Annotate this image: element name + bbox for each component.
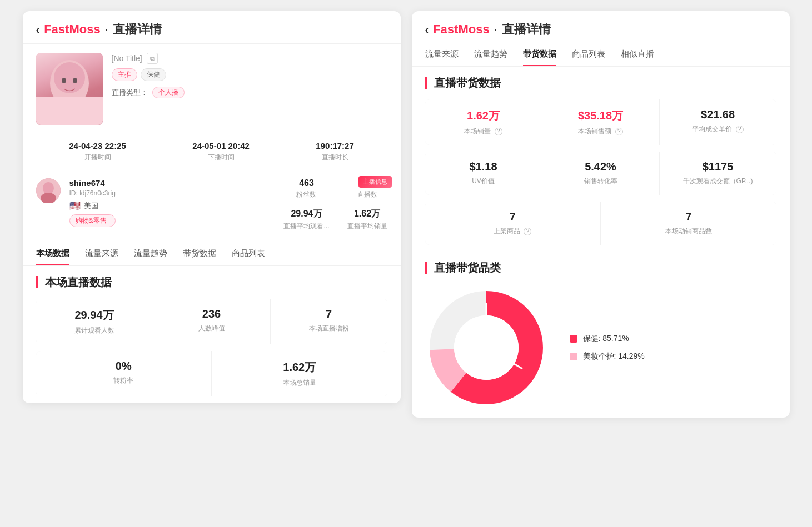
- svg-rect-4: [36, 97, 103, 125]
- session-sales-value: 1.62万: [434, 108, 533, 123]
- profile-image: [36, 53, 103, 125]
- live-type-badge: 个人播: [152, 87, 185, 98]
- right-tab-traffic-source[interactable]: 流量来源: [425, 43, 459, 66]
- streamer-flag: 🇺🇸 美国: [69, 200, 116, 211]
- total-sales-value: 1.62万: [221, 360, 378, 375]
- avg-price-help[interactable]: ?: [736, 126, 744, 133]
- listed-products-cell: 7 上架商品 ?: [425, 202, 601, 245]
- session-sales-cell: 1.62万 本场销量 ?: [425, 99, 542, 145]
- sales-title: 直播带货数据: [425, 77, 501, 89]
- avg-price-value: $21.68: [669, 108, 768, 121]
- legend-dot-beauty: [570, 353, 577, 360]
- right-tab-product-list[interactable]: 商品列表: [572, 43, 605, 66]
- svg-point-6: [43, 182, 54, 194]
- right-nav-tabs: 流量来源 流量趋势 带货数据 商品列表 相似直播: [412, 43, 790, 67]
- streamer-info: shine674 ID: ldj76n0c3rig 🇺🇸 美国 购物&零售: [69, 178, 116, 227]
- peak-viewers-value: 236: [162, 308, 261, 320]
- cumulative-viewers-value: 29.94万: [45, 308, 144, 323]
- right-panel-title: 直播详情: [502, 21, 551, 38]
- avg-viewers-label: 直播平均观看...: [283, 222, 329, 231]
- tab-traffic-source[interactable]: 流量来源: [85, 240, 118, 265]
- duration-label: 直播时长: [316, 153, 353, 162]
- live-stats-grid-row2: 0% 转粉率 1.62万 本场总销量: [36, 351, 387, 396]
- gpm-label: 千次观看成交额（GP...): [669, 177, 768, 186]
- fans-label: 粉丝数: [283, 190, 329, 199]
- right-tab-traffic-trend[interactable]: 流量趋势: [474, 43, 507, 66]
- right-panel-header: ‹ FastMoss · 直播详情: [412, 11, 790, 43]
- duration-item: 190:17:27 直播时长: [316, 141, 353, 162]
- streamer-id: ID: ldj76n0c3rig: [69, 189, 116, 197]
- flag-emoji: 🇺🇸: [69, 200, 81, 211]
- session-revenue-label: 本场销售额 ?: [551, 127, 650, 136]
- session-revenue-cell: $35.18万 本场销售额 ?: [542, 99, 659, 145]
- peak-viewers-label: 人数峰值: [162, 324, 261, 333]
- conversion-rate-right-value: 5.42%: [551, 160, 650, 173]
- back-icon[interactable]: ‹: [36, 23, 40, 36]
- end-time-item: 24-05-01 20:42 下播时间: [192, 141, 250, 162]
- left-panel-header: ‹ FastMoss · 直播详情: [23, 11, 401, 44]
- right-title-sep: ·: [494, 22, 497, 37]
- tab-sales-data[interactable]: 带货数据: [183, 240, 216, 265]
- right-back-icon[interactable]: ‹: [425, 23, 429, 36]
- session-revenue-help[interactable]: ?: [615, 128, 623, 135]
- profile-section: [No Title] ⧉ 主推 保健 直播类型： 个人播: [23, 44, 401, 134]
- avg-price-cell: $21.68 平均成交单价 ?: [660, 99, 776, 145]
- right-brand-name: FastMoss: [433, 22, 489, 37]
- tag-health: 保健: [141, 68, 166, 81]
- start-time-label: 开播时间: [69, 153, 126, 162]
- copy-icon[interactable]: ⧉: [147, 53, 158, 64]
- start-time-value: 24-04-23 22:25: [69, 141, 126, 150]
- left-title-sep: ·: [105, 22, 108, 37]
- profile-face: [36, 53, 103, 125]
- new-followers-value: 7: [280, 308, 378, 320]
- tab-product-list[interactable]: 商品列表: [232, 240, 265, 265]
- tab-current-data[interactable]: 本场数据: [36, 240, 69, 265]
- new-followers-cell: 7 本场直播增粉: [271, 299, 387, 344]
- fans-value: 463: [283, 178, 329, 188]
- tag-main: 主推: [112, 68, 137, 81]
- cumulative-viewers-cell: 29.94万 累计观看人数: [36, 299, 153, 344]
- time-row: 24-04-23 22:25 开播时间 24-05-01 20:42 下播时间 …: [23, 134, 401, 169]
- avg-viewers-stat: 29.94万 直播平均观看...: [283, 208, 329, 231]
- avg-sales-value: 1.62万: [347, 208, 387, 220]
- gpm-cell: $1175 千次观看成交额（GP...): [660, 152, 776, 195]
- left-brand-name: FastMoss: [44, 22, 100, 37]
- total-sales-cell: 1.62万 本场总销量: [212, 351, 387, 396]
- sold-products-cell: 7 本场动销商品数: [601, 202, 776, 245]
- streamer-name: shine674: [69, 178, 116, 188]
- listed-products-label: 上架商品 ?: [434, 227, 592, 236]
- legend-label-beauty: 美妆个护: 14.29%: [583, 352, 645, 362]
- duration-value: 190:17:27: [316, 141, 353, 150]
- end-time-label: 下播时间: [192, 153, 250, 162]
- legend-item-beauty: 美妆个护: 14.29%: [570, 352, 645, 362]
- uv-value: $1.18: [434, 160, 533, 173]
- session-revenue-value: $35.18万: [551, 108, 650, 123]
- tab-traffic-trend[interactable]: 流量趋势: [134, 240, 167, 265]
- profile-info: [No Title] ⧉ 主推 保健 直播类型： 个人播: [112, 53, 387, 98]
- legend-label-health: 保健: 85.71%: [583, 334, 629, 344]
- streamer-avatar-svg: [36, 178, 61, 203]
- conversion-rate-value: 0%: [45, 360, 203, 373]
- live-data-title: 本场直播数据: [36, 276, 112, 288]
- conversion-rate-label: 转粉率: [45, 376, 203, 385]
- session-sales-help[interactable]: ?: [495, 128, 502, 135]
- right-tab-similar-live[interactable]: 相似直播: [621, 43, 654, 66]
- donut-section: 保健: 85.71% 美妆个护: 14.29%: [412, 278, 790, 418]
- conversion-rate-right-cell: 5.42% 销售转化率: [542, 152, 659, 195]
- category-title-wrapper: 直播带货品类: [412, 252, 790, 278]
- right-tab-sales-data[interactable]: 带货数据: [523, 43, 556, 66]
- session-sales-label: 本场销量 ?: [434, 127, 533, 136]
- new-followers-label: 本场直播增粉: [280, 324, 378, 333]
- live-data-title-wrapper: 本场直播数据: [23, 266, 401, 292]
- live-stats-grid-row1: 29.94万 累计观看人数 236 人数峰值 7 本场直播增粉: [36, 299, 387, 344]
- no-title-text: [No Title]: [112, 54, 142, 63]
- listed-products-help[interactable]: ?: [524, 228, 531, 235]
- avg-viewers-value: 29.94万: [283, 208, 329, 220]
- listed-products-value: 7: [434, 210, 592, 223]
- streamer-country: 美国: [84, 201, 98, 211]
- svg-point-3: [73, 78, 77, 83]
- left-nav-tabs: 本场数据 流量来源 流量趋势 带货数据 商品列表: [23, 240, 401, 266]
- live-type-row: 直播类型： 个人播: [112, 87, 387, 98]
- legend-item-health: 保健: 85.71%: [570, 334, 645, 344]
- streamer-category: 购物&零售: [69, 214, 116, 227]
